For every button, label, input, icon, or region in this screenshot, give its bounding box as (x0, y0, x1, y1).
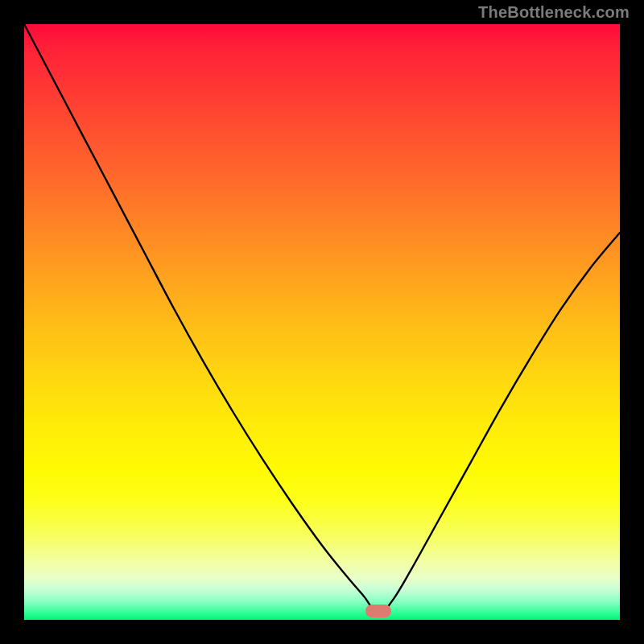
optimal-marker (365, 605, 391, 617)
chart-container: TheBottleneck.com (0, 0, 644, 644)
bottleneck-curve (24, 24, 620, 620)
plot-area (24, 24, 620, 620)
watermark-text: TheBottleneck.com (478, 3, 630, 22)
